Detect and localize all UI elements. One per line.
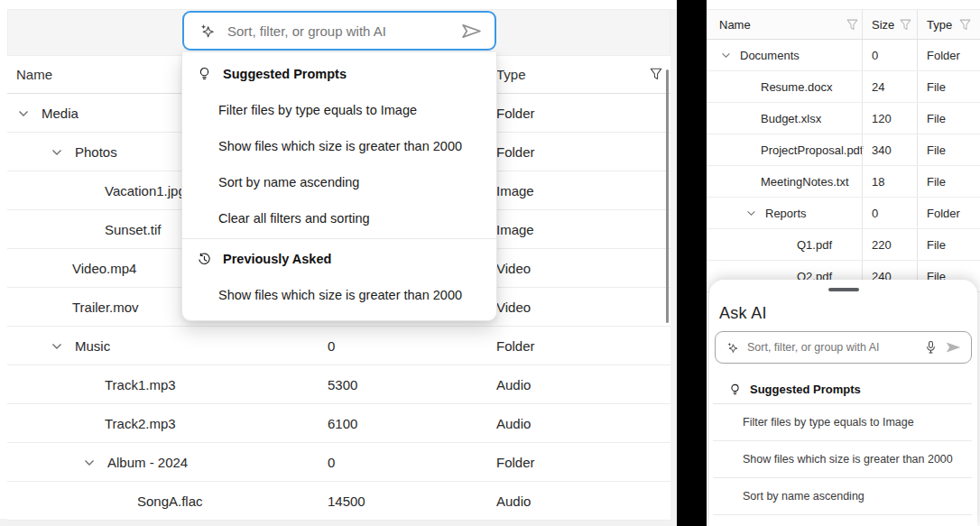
chevron-down-icon[interactable] bbox=[16, 110, 30, 117]
section-title: Suggested Prompts bbox=[223, 67, 347, 81]
file-name: Track1.mp3 bbox=[105, 377, 176, 392]
table-row[interactable]: Resume.docx 24 File bbox=[707, 71, 980, 103]
send-icon[interactable] bbox=[945, 341, 962, 354]
file-type: Folder bbox=[496, 338, 535, 354]
table-row[interactable]: SongA.flac 14500 Audio bbox=[7, 482, 670, 521]
section-title: Previously Asked bbox=[223, 252, 331, 266]
column-divider bbox=[917, 103, 918, 134]
suggested-prompts-header: Suggested Prompts bbox=[182, 56, 496, 92]
column-divider bbox=[862, 229, 863, 260]
table-row[interactable]: Reports 0 Folder bbox=[707, 198, 980, 229]
ai-prompt-bar[interactable] bbox=[182, 11, 496, 51]
ai-prompt-bar[interactable] bbox=[715, 331, 972, 364]
suggested-prompt-item[interactable]: Clear all filters and sorting bbox=[182, 200, 496, 236]
suggested-prompt-item[interactable]: Show files which size is greater than 20… bbox=[182, 128, 496, 164]
chevron-down-icon[interactable] bbox=[744, 210, 758, 217]
file-name: Budget.xlsx bbox=[761, 112, 821, 125]
chevron-down-icon[interactable] bbox=[50, 149, 63, 156]
file-name: Media bbox=[42, 106, 79, 121]
file-name: Photos bbox=[75, 144, 117, 160]
file-name: Video.mp4 bbox=[72, 261, 136, 276]
suggested-prompt-item[interactable]: Show files which size is greater than 20… bbox=[713, 441, 972, 478]
column-divider bbox=[917, 166, 918, 197]
file-type: Audio bbox=[496, 377, 531, 392]
file-type: Folder bbox=[496, 455, 535, 470]
column-header-name[interactable]: Name bbox=[16, 67, 52, 82]
file-size: 14500 bbox=[328, 494, 365, 509]
file-type: Video bbox=[496, 261, 531, 276]
ai-sparkle-icon bbox=[726, 341, 739, 355]
grid-header-row: Name Size Type bbox=[707, 9, 980, 40]
file-name: Sunset.tif bbox=[105, 222, 162, 237]
filter-funnel-icon[interactable] bbox=[959, 19, 971, 31]
file-name: ProjectProposal.pdf bbox=[761, 143, 863, 157]
column-divider bbox=[917, 40, 918, 70]
chevron-down-icon[interactable] bbox=[50, 343, 63, 350]
table-row[interactable]: Budget.xlsx 120 File bbox=[707, 103, 980, 134]
mic-icon[interactable] bbox=[925, 340, 937, 355]
file-type: File bbox=[927, 112, 946, 125]
lightbulb-icon bbox=[198, 67, 211, 81]
file-type: File bbox=[927, 175, 946, 189]
filter-funnel-icon[interactable] bbox=[650, 68, 662, 80]
filter-funnel-icon[interactable] bbox=[846, 19, 858, 31]
column-header-type[interactable]: Type bbox=[927, 18, 952, 32]
suggested-prompts-list: Suggested Prompts Filter files by type e… bbox=[709, 375, 977, 515]
previously-asked-item[interactable]: Show files which size is greater than 20… bbox=[182, 277, 496, 313]
divider bbox=[182, 238, 496, 239]
file-type: File bbox=[927, 143, 946, 157]
file-type: Audio bbox=[496, 494, 531, 509]
file-size: 0 bbox=[872, 207, 878, 220]
column-divider bbox=[862, 71, 863, 102]
file-type: Folder bbox=[927, 207, 960, 220]
file-type: Folder bbox=[496, 144, 535, 160]
file-size: 120 bbox=[872, 112, 892, 125]
table-row[interactable]: Track2.mp3 6100 Audio bbox=[7, 404, 670, 443]
column-divider bbox=[917, 10, 918, 39]
column-divider bbox=[917, 71, 918, 102]
ai-sparkle-icon bbox=[199, 23, 216, 40]
column-divider bbox=[917, 229, 918, 260]
column-header-size[interactable]: Size bbox=[872, 18, 894, 32]
table-row[interactable]: MeetingNotes.txt 18 File bbox=[707, 166, 980, 198]
file-name: Documents bbox=[740, 49, 800, 62]
file-name: MeetingNotes.txt bbox=[761, 175, 849, 189]
file-manager-mobile-panel: Name Size Type Documents 0 Folder Resume… bbox=[707, 0, 980, 526]
table-row[interactable]: Documents 0 Folder bbox=[707, 40, 980, 71]
filter-funnel-icon[interactable] bbox=[900, 19, 911, 31]
suggested-prompt-item[interactable]: Filter files by type equals to Image bbox=[713, 404, 972, 441]
table-row[interactable]: ProjectProposal.pdf 340 File bbox=[707, 134, 980, 166]
suggested-prompt-item[interactable]: Filter files by type equals to Image bbox=[182, 92, 496, 128]
chevron-down-icon[interactable] bbox=[82, 459, 96, 466]
file-name: Music bbox=[75, 338, 110, 354]
column-divider bbox=[862, 103, 863, 134]
file-type: File bbox=[927, 238, 946, 252]
file-size: 6100 bbox=[328, 416, 357, 431]
table-row[interactable]: Music 0 Folder bbox=[7, 327, 670, 365]
ai-prompt-input[interactable] bbox=[747, 341, 917, 354]
file-type: Image bbox=[496, 183, 534, 198]
file-type: File bbox=[927, 80, 946, 94]
column-divider bbox=[917, 198, 918, 228]
ai-prompt-input[interactable] bbox=[227, 23, 449, 39]
column-header-type[interactable]: Type bbox=[496, 67, 526, 82]
table-row[interactable]: Album - 2024 0 Folder bbox=[7, 443, 670, 482]
suggested-prompt-item[interactable]: Sort by name ascending bbox=[182, 164, 496, 200]
send-icon[interactable] bbox=[461, 23, 482, 39]
file-type: Folder bbox=[927, 49, 960, 62]
table-row[interactable]: Q1.pdf 220 File bbox=[707, 229, 980, 261]
file-type: Folder bbox=[496, 106, 535, 121]
column-divider bbox=[917, 134, 918, 165]
file-name: SongA.flac bbox=[137, 494, 203, 509]
suggested-prompt-item[interactable]: Sort by name ascending bbox=[713, 478, 972, 515]
ai-suggestions-dropdown: Suggested Prompts Filter files by type e… bbox=[181, 52, 497, 321]
column-divider bbox=[862, 10, 863, 39]
file-size: 18 bbox=[872, 175, 884, 189]
column-header-name[interactable]: Name bbox=[719, 18, 751, 32]
vertical-scrollbar[interactable] bbox=[666, 69, 669, 323]
column-divider bbox=[862, 198, 863, 228]
drag-handle[interactable] bbox=[828, 288, 859, 291]
table-row[interactable]: Track1.mp3 5300 Audio bbox=[7, 365, 670, 404]
file-name: Album - 2024 bbox=[107, 455, 188, 470]
chevron-down-icon[interactable] bbox=[719, 52, 733, 59]
